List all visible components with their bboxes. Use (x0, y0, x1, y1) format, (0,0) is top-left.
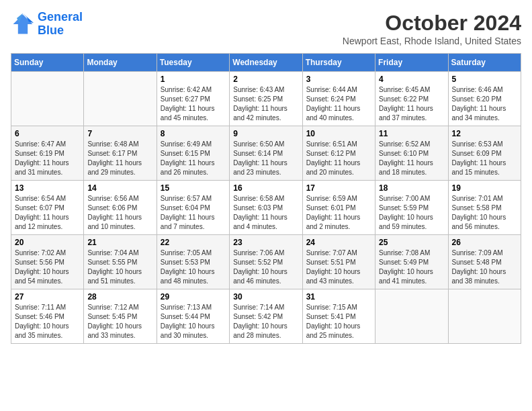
calendar-week-row: 27Sunrise: 7:11 AM Sunset: 5:46 PM Dayli… (11, 289, 521, 344)
calendar-cell: 10Sunrise: 6:51 AM Sunset: 6:12 PM Dayli… (302, 126, 375, 181)
day-number: 1 (161, 75, 226, 84)
calendar-cell: 22Sunrise: 7:05 AM Sunset: 5:53 PM Dayli… (157, 235, 229, 289)
day-number: 23 (233, 238, 298, 247)
day-info: Sunrise: 6:57 AM Sunset: 6:04 PM Dayligh… (161, 194, 226, 232)
weekday-header: Friday (375, 54, 448, 72)
calendar-cell: 5Sunrise: 6:46 AM Sunset: 6:20 PM Daylig… (448, 72, 521, 126)
calendar-cell (448, 289, 521, 344)
calendar-cell: 4Sunrise: 6:45 AM Sunset: 6:22 PM Daylig… (375, 72, 448, 126)
calendar-cell: 29Sunrise: 7:13 AM Sunset: 5:44 PM Dayli… (157, 289, 229, 344)
day-number: 29 (161, 292, 226, 302)
svg-marker-0 (13, 14, 33, 34)
weekday-header: Sunday (11, 54, 84, 72)
calendar-week-row: 20Sunrise: 7:02 AM Sunset: 5:56 PM Dayli… (11, 235, 521, 289)
day-info: Sunrise: 6:54 AM Sunset: 6:07 PM Dayligh… (15, 194, 80, 232)
day-info: Sunrise: 7:04 AM Sunset: 5:55 PM Dayligh… (87, 248, 152, 286)
day-info: Sunrise: 6:45 AM Sunset: 6:22 PM Dayligh… (379, 85, 444, 123)
day-number: 14 (87, 183, 152, 193)
day-number: 12 (452, 129, 517, 138)
weekday-header: Wednesday (230, 54, 302, 72)
logo-text: General Blue (38, 11, 83, 38)
day-number: 31 (306, 292, 371, 302)
day-info: Sunrise: 7:13 AM Sunset: 5:44 PM Dayligh… (161, 303, 226, 340)
calendar-week-row: 1Sunrise: 6:42 AM Sunset: 6:27 PM Daylig… (11, 72, 521, 126)
calendar-cell: 28Sunrise: 7:12 AM Sunset: 5:45 PM Dayli… (84, 289, 157, 344)
day-info: Sunrise: 6:52 AM Sunset: 6:10 PM Dayligh… (379, 140, 444, 177)
calendar-cell: 6Sunrise: 6:47 AM Sunset: 6:19 PM Daylig… (11, 126, 84, 181)
day-info: Sunrise: 6:46 AM Sunset: 6:20 PM Dayligh… (452, 85, 517, 123)
title-block: October 2024 Newport East, Rhode Island,… (343, 11, 521, 46)
day-number: 8 (161, 129, 226, 138)
day-info: Sunrise: 7:00 AM Sunset: 5:59 PM Dayligh… (379, 194, 444, 232)
day-number: 22 (161, 238, 226, 247)
day-number: 30 (233, 292, 298, 302)
day-number: 19 (452, 183, 517, 193)
calendar-cell: 19Sunrise: 7:01 AM Sunset: 5:58 PM Dayli… (448, 181, 521, 235)
calendar-cell (84, 72, 157, 126)
calendar-cell: 3Sunrise: 6:44 AM Sunset: 6:24 PM Daylig… (302, 72, 375, 126)
day-info: Sunrise: 7:02 AM Sunset: 5:56 PM Dayligh… (15, 248, 80, 286)
weekday-header: Thursday (302, 54, 375, 72)
day-info: Sunrise: 6:44 AM Sunset: 6:24 PM Dayligh… (306, 85, 371, 123)
day-info: Sunrise: 6:42 AM Sunset: 6:27 PM Dayligh… (161, 85, 226, 123)
calendar-cell: 11Sunrise: 6:52 AM Sunset: 6:10 PM Dayli… (375, 126, 448, 181)
calendar-cell: 8Sunrise: 6:49 AM Sunset: 6:15 PM Daylig… (157, 126, 229, 181)
day-info: Sunrise: 7:14 AM Sunset: 5:42 PM Dayligh… (233, 303, 298, 340)
calendar-cell: 25Sunrise: 7:08 AM Sunset: 5:49 PM Dayli… (375, 235, 448, 289)
weekday-header: Monday (84, 54, 157, 72)
day-number: 13 (15, 183, 80, 193)
day-number: 5 (452, 75, 517, 84)
day-number: 24 (306, 238, 371, 247)
calendar-cell (375, 289, 448, 344)
day-info: Sunrise: 6:51 AM Sunset: 6:12 PM Dayligh… (306, 140, 371, 177)
day-number: 2 (233, 75, 298, 84)
calendar-cell: 2Sunrise: 6:43 AM Sunset: 6:25 PM Daylig… (230, 72, 302, 126)
day-info: Sunrise: 6:43 AM Sunset: 6:25 PM Dayligh… (233, 85, 298, 123)
day-info: Sunrise: 6:48 AM Sunset: 6:17 PM Dayligh… (87, 140, 152, 177)
day-number: 25 (379, 238, 444, 247)
day-number: 9 (233, 129, 298, 138)
day-number: 26 (452, 238, 517, 247)
location-subtitle: Newport East, Rhode Island, United State… (343, 36, 521, 46)
calendar-cell: 12Sunrise: 6:53 AM Sunset: 6:09 PM Dayli… (448, 126, 521, 181)
calendar-cell: 15Sunrise: 6:57 AM Sunset: 6:04 PM Dayli… (157, 181, 229, 235)
calendar-cell: 13Sunrise: 6:54 AM Sunset: 6:07 PM Dayli… (11, 181, 84, 235)
day-info: Sunrise: 7:06 AM Sunset: 5:52 PM Dayligh… (233, 248, 298, 286)
weekday-header: Tuesday (157, 54, 229, 72)
calendar-table: SundayMondayTuesdayWednesdayThursdayFrid… (11, 53, 521, 344)
day-info: Sunrise: 7:15 AM Sunset: 5:41 PM Dayligh… (306, 303, 371, 340)
page-header: General Blue October 2024 Newport East, … (11, 11, 521, 46)
calendar-week-row: 6Sunrise: 6:47 AM Sunset: 6:19 PM Daylig… (11, 126, 521, 181)
day-info: Sunrise: 7:05 AM Sunset: 5:53 PM Dayligh… (161, 248, 226, 286)
day-number: 17 (306, 183, 371, 193)
day-info: Sunrise: 6:47 AM Sunset: 6:19 PM Dayligh… (15, 140, 80, 177)
calendar-cell: 16Sunrise: 6:58 AM Sunset: 6:03 PM Dayli… (230, 181, 302, 235)
day-number: 18 (379, 183, 444, 193)
calendar-cell: 17Sunrise: 6:59 AM Sunset: 6:01 PM Dayli… (302, 181, 375, 235)
day-info: Sunrise: 6:50 AM Sunset: 6:14 PM Dayligh… (233, 140, 298, 177)
calendar-cell: 20Sunrise: 7:02 AM Sunset: 5:56 PM Dayli… (11, 235, 84, 289)
calendar-cell: 9Sunrise: 6:50 AM Sunset: 6:14 PM Daylig… (230, 126, 302, 181)
day-number: 3 (306, 75, 371, 84)
day-number: 16 (233, 183, 298, 193)
calendar-cell: 24Sunrise: 7:07 AM Sunset: 5:51 PM Dayli… (302, 235, 375, 289)
calendar-week-row: 13Sunrise: 6:54 AM Sunset: 6:07 PM Dayli… (11, 181, 521, 235)
day-info: Sunrise: 7:08 AM Sunset: 5:49 PM Dayligh… (379, 248, 444, 286)
calendar-cell: 30Sunrise: 7:14 AM Sunset: 5:42 PM Dayli… (230, 289, 302, 344)
calendar-cell (11, 72, 84, 126)
day-info: Sunrise: 7:01 AM Sunset: 5:58 PM Dayligh… (452, 194, 517, 232)
day-number: 15 (161, 183, 226, 193)
day-info: Sunrise: 6:58 AM Sunset: 6:03 PM Dayligh… (233, 194, 298, 232)
day-number: 21 (87, 238, 152, 247)
calendar-cell: 21Sunrise: 7:04 AM Sunset: 5:55 PM Dayli… (84, 235, 157, 289)
calendar-cell: 18Sunrise: 7:00 AM Sunset: 5:59 PM Dayli… (375, 181, 448, 235)
day-info: Sunrise: 6:53 AM Sunset: 6:09 PM Dayligh… (452, 140, 517, 177)
calendar-cell: 14Sunrise: 6:56 AM Sunset: 6:06 PM Dayli… (84, 181, 157, 235)
weekday-header-row: SundayMondayTuesdayWednesdayThursdayFrid… (11, 54, 521, 72)
day-number: 28 (87, 292, 152, 302)
day-number: 27 (15, 292, 80, 302)
calendar-cell: 23Sunrise: 7:06 AM Sunset: 5:52 PM Dayli… (230, 235, 302, 289)
logo-icon (11, 12, 35, 36)
day-info: Sunrise: 7:07 AM Sunset: 5:51 PM Dayligh… (306, 248, 371, 286)
day-number: 10 (306, 129, 371, 138)
